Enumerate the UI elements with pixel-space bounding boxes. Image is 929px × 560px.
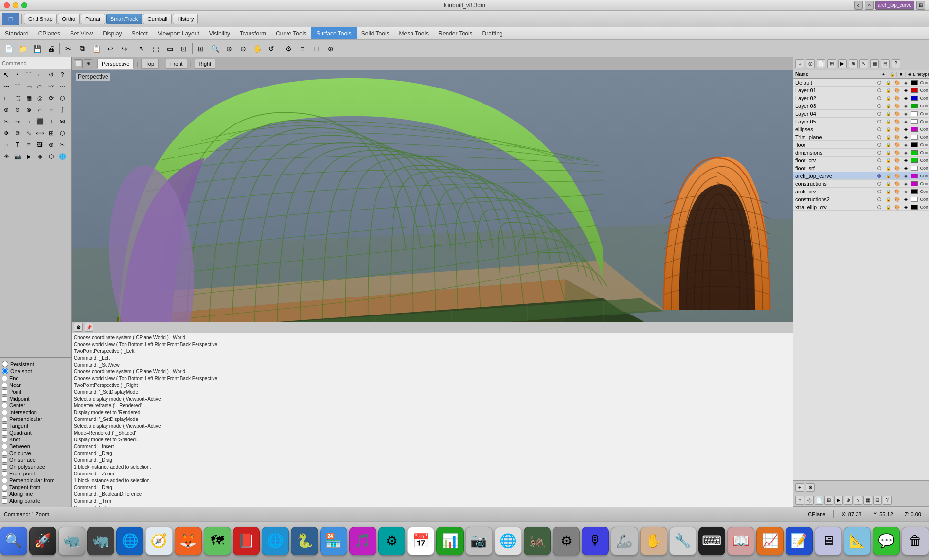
color-swatch-xtra[interactable] — [911, 205, 918, 210]
copy-btn[interactable]: ⧉ — [75, 42, 89, 55]
color-swatch-const[interactable] — [911, 181, 918, 186]
cmd-pin-btn[interactable]: 📌 — [85, 323, 93, 332]
cmd-history-panel[interactable]: Choose coordinate system ( CPlane World … — [72, 333, 793, 507]
named-views-btn[interactable]: □ — [310, 42, 323, 55]
maximize-viewport-btn[interactable]: ⬜ — [74, 59, 83, 68]
dimension-tool[interactable]: ↔ — [1, 140, 12, 150]
light-tool[interactable]: ☀ — [1, 151, 12, 162]
render-tool[interactable]: ▶ — [23, 151, 34, 162]
color-swatch-arch[interactable] — [911, 174, 918, 178]
menu-curvetools[interactable]: Curve Tools — [271, 27, 311, 39]
layers-expand-btn[interactable]: ⤡ — [859, 59, 868, 68]
help-tool[interactable]: ? — [57, 70, 68, 80]
dock-excel[interactable]: 📊 — [436, 527, 464, 555]
expand2-btn[interactable]: ⤡ — [854, 496, 862, 505]
layers-split-btn[interactable]: ⊟ — [881, 59, 890, 68]
history-btn[interactable]: History — [173, 14, 198, 24]
rect-tool[interactable]: ▭ — [23, 81, 34, 92]
redo-btn[interactable]: ↪ — [118, 42, 131, 55]
picture-tool[interactable]: 🖼 — [35, 140, 45, 150]
more-tool[interactable]: ⋯ — [57, 81, 68, 92]
extrude-tool[interactable]: ▦ — [23, 93, 34, 104]
layers-doc-btn[interactable]: 📄 — [817, 59, 825, 68]
layers-help-btn[interactable]: ? — [892, 59, 900, 68]
text-tool[interactable]: T — [12, 140, 23, 150]
dock-browser[interactable]: 🌐 — [262, 527, 289, 555]
menu-surfacetools[interactable]: Surface Tools — [311, 27, 357, 39]
color-swatch-04[interactable] — [911, 111, 918, 116]
pan-btn[interactable]: ✋ — [250, 42, 264, 55]
ortho-btn[interactable]: Ortho — [58, 14, 80, 24]
rotate-tool[interactable]: ↺ — [46, 70, 56, 80]
dock-firefox[interactable]: 🦊 — [175, 527, 202, 555]
undo-btn[interactable]: ↩ — [104, 42, 117, 55]
layer-row-ellipses[interactable]: ellipses 🔒 🎨 ◈ Con — [793, 125, 929, 133]
layer-row-arch-top-curve[interactable]: arch_top_curve 🔒 🎨 ◈ Con — [793, 172, 929, 180]
color-swatch[interactable] — [911, 80, 918, 85]
layer-row-layer04[interactable]: Layer 04 🔒 🎨 ◈ Con — [793, 110, 929, 118]
dock-terminal[interactable]: ⌨ — [698, 527, 726, 555]
menu-visibility[interactable]: Visibility — [204, 27, 235, 39]
nav-forward-btn[interactable]: ○ — [865, 1, 874, 10]
crossing-btn[interactable]: ⊡ — [177, 42, 191, 55]
menu-meshtools[interactable]: Mesh Tools — [394, 27, 433, 39]
color-swatch-floorsrf[interactable] — [911, 166, 918, 171]
dock-utility[interactable]: 🔧 — [669, 527, 697, 555]
layer-row-constructions2[interactable]: constructions2 🔒 🎨 ◈ Con — [793, 195, 929, 203]
doc2-btn[interactable]: 📄 — [815, 496, 823, 505]
zoom-extents-btn[interactable]: ⊞ — [194, 42, 208, 55]
intersect-tool[interactable]: ⋈ — [57, 116, 68, 127]
texture-tool[interactable]: ⬡ — [46, 151, 56, 162]
color-swatch-02[interactable] — [911, 96, 918, 101]
snap2-btn[interactable]: ⊕ — [844, 496, 853, 505]
new-btn[interactable]: 📄 — [2, 42, 16, 55]
select-btn[interactable]: ↖ — [135, 42, 148, 55]
grid-viewport-btn[interactable]: ⊞ — [84, 59, 92, 68]
ellipse-tool[interactable]: ⬭ — [35, 81, 45, 92]
layer-row-default[interactable]: Default 🔒 🎨 ◈ Con — [793, 79, 929, 87]
layer-row-constructions[interactable]: constructions 🔒 🎨 ◈ Con — [793, 180, 929, 188]
tab-perspective[interactable]: Perspective — [97, 59, 134, 69]
color-swatch-ellipses[interactable] — [911, 127, 918, 132]
tab-top[interactable]: Top — [141, 59, 159, 69]
revolve-tool[interactable]: ◎ — [35, 93, 45, 104]
cmd-settings-btn[interactable]: ⚙ — [74, 323, 83, 332]
dock-network[interactable]: 🌐 — [495, 527, 522, 555]
layer-row-floor[interactable]: floor 🔒 🎨 ◈ Con — [793, 141, 929, 149]
tab-front[interactable]: Front — [166, 59, 187, 69]
offset-tool[interactable]: ⬛ — [35, 116, 45, 127]
dock-preview2[interactable]: 📖 — [727, 527, 754, 555]
layers-snap-btn[interactable]: ⊕ — [849, 59, 858, 68]
dock-python[interactable]: 🐍 — [291, 527, 318, 555]
dock-acrobat[interactable]: 📕 — [233, 527, 260, 555]
lasso-btn[interactable]: ⬚ — [149, 42, 162, 55]
view2-btn[interactable]: ○ — [795, 496, 804, 505]
active-layer-display[interactable]: arch_top_curve — [875, 1, 914, 10]
clipping-tool[interactable]: ✂ — [57, 140, 68, 150]
fillet-tool[interactable]: ⌐ — [35, 105, 45, 115]
project-tool[interactable]: ↓ — [46, 116, 56, 127]
surface-tool[interactable]: □ — [1, 93, 12, 104]
boolean-int[interactable]: ⊗ — [23, 105, 34, 115]
dock-maps[interactable]: 🗺 — [204, 527, 231, 555]
lock-icon[interactable]: 🔒 — [884, 79, 893, 87]
app-icon[interactable]: □ — [2, 13, 19, 25]
polyline-tool[interactable]: ⌒ — [23, 70, 34, 80]
help2-btn[interactable]: ? — [883, 496, 892, 505]
layer-row-layer05[interactable]: Layer 05 🔒 🎨 ◈ Con — [793, 118, 929, 125]
scale-tool[interactable]: ⤡ — [23, 128, 34, 139]
dock-siri[interactable]: 🎙 — [582, 527, 609, 555]
color-swatch-01[interactable] — [911, 88, 918, 93]
dock-arm[interactable]: 🦾 — [611, 527, 638, 555]
dock-messages[interactable]: 💬 — [873, 527, 900, 555]
circle-tool[interactable]: ○ — [35, 70, 45, 80]
zoom-window-btn[interactable]: 🔍 — [208, 42, 222, 55]
dock-appstore[interactable]: 🏪 — [320, 527, 347, 555]
group-tool[interactable]: ⬡ — [57, 128, 68, 139]
menu-rendertools[interactable]: Render Tools — [433, 27, 478, 39]
print-btn[interactable]: 🖨 — [44, 42, 58, 55]
dock-safari[interactable]: 🧭 — [145, 527, 173, 555]
layer-row-floor-crv[interactable]: floor_crv 🔒 🎨 ◈ Con — [793, 157, 929, 164]
environment-tool[interactable]: 🌐 — [57, 151, 68, 162]
tab-right[interactable]: Right — [195, 59, 216, 69]
